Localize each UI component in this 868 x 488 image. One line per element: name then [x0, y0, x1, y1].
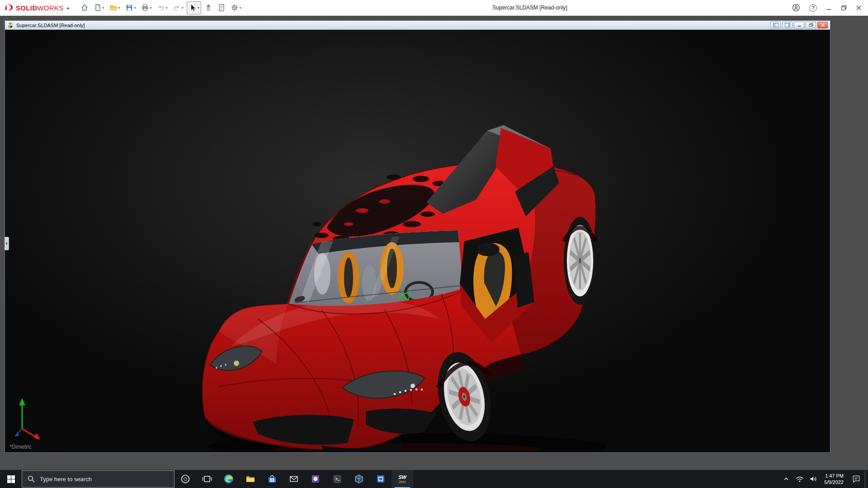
document-title: Supercar.SLDASM [Read-only] — [16, 23, 85, 28]
edrawings-button[interactable] — [348, 470, 370, 488]
print-icon — [141, 4, 149, 12]
chevron-down-icon[interactable]: ▾ — [103, 6, 104, 10]
dark-app-button[interactable] — [326, 470, 348, 488]
close-icon — [821, 23, 825, 27]
desktop: SOLIDWORKS ▸ ▾ ▾ — [0, 0, 868, 488]
taskbar-clock[interactable]: 1:47 PM 5/9/2022 — [820, 473, 848, 486]
solidworks-taskbar-button[interactable]: SW 2021 — [392, 470, 413, 488]
chevron-down-icon[interactable]: ▾ — [182, 6, 184, 10]
supercar-3d-model[interactable] — [5, 30, 830, 452]
store-icon — [267, 474, 278, 484]
home-icon — [80, 4, 89, 12]
account-icon[interactable] — [792, 4, 800, 12]
assembly-document-icon — [7, 22, 14, 28]
logo-text: SOLIDWORKS — [16, 4, 64, 12]
redo-button[interactable]: ▾ — [171, 1, 185, 14]
file-explorer-icon — [245, 474, 256, 484]
rebuild-button[interactable] — [203, 1, 214, 14]
chevron-down-icon[interactable]: ▾ — [134, 6, 136, 10]
file-properties-icon — [217, 4, 226, 12]
redo-icon — [173, 4, 181, 12]
pane-right-button[interactable] — [782, 22, 793, 28]
print-button[interactable]: ▾ — [139, 1, 154, 14]
toolbar-flyout-arrow[interactable]: ▸ — [67, 5, 70, 10]
chevron-up-icon — [783, 475, 790, 483]
app-titlebar: SOLIDWORKS ▸ ▾ ▾ — [0, 0, 868, 16]
undo-icon — [157, 4, 165, 12]
mail-button[interactable] — [283, 470, 305, 488]
office-app-icon — [310, 474, 321, 484]
pane-left-icon — [773, 23, 778, 27]
blue-app-icon — [375, 474, 386, 484]
chevron-down-icon[interactable]: ▾ — [118, 6, 120, 10]
chevron-down-icon[interactable]: ▾ — [240, 6, 241, 10]
clock-date: 5/9/2022 — [824, 479, 844, 485]
chevron-down-icon[interactable]: ▾ — [198, 6, 199, 10]
chevron-left-icon — [5, 242, 8, 245]
office-app-button[interactable] — [305, 470, 326, 488]
chevron-down-icon[interactable]: ▾ — [150, 6, 152, 10]
options-gear-icon — [231, 4, 239, 12]
pane-right-icon — [785, 23, 790, 27]
document-titlebar[interactable]: Supercar.SLDASM [Read-only] — [5, 21, 830, 30]
cortana-button[interactable] — [175, 470, 196, 488]
document-restore-button[interactable] — [806, 22, 816, 28]
panel-collapse-handle[interactable] — [5, 237, 9, 250]
file-explorer-button[interactable] — [240, 470, 261, 488]
start-button[interactable] — [0, 470, 22, 488]
blue-app-button[interactable] — [370, 470, 392, 488]
minimize-icon[interactable] — [826, 5, 832, 11]
mail-icon — [288, 474, 299, 484]
open-button[interactable]: ▾ — [108, 1, 122, 14]
edge-button[interactable] — [218, 470, 240, 488]
close-icon[interactable] — [856, 5, 862, 11]
undo-button[interactable]: ▾ — [155, 1, 170, 14]
terminal-app-icon — [332, 474, 343, 484]
network-button[interactable] — [793, 475, 807, 483]
graphics-viewport[interactable]: *Dimetric — [5, 30, 830, 452]
app-title: Supercar.SLDASM [Read-only] — [492, 5, 567, 11]
save-button[interactable]: ▾ — [123, 1, 138, 14]
view-orientation-label: *Dimetric — [9, 444, 32, 450]
task-view-button[interactable] — [196, 470, 218, 488]
file-properties-button[interactable] — [216, 1, 227, 14]
store-button[interactable] — [261, 470, 283, 488]
new-document-icon — [94, 4, 102, 12]
chevron-down-icon[interactable]: ▾ — [166, 6, 168, 10]
options-button[interactable]: ▾ — [229, 1, 243, 14]
select-button[interactable]: ▾ — [187, 1, 201, 14]
document-close-button[interactable] — [817, 22, 828, 28]
clock-time: 1:47 PM — [825, 473, 844, 479]
task-view-icon — [202, 474, 212, 483]
select-arrow-icon — [189, 4, 197, 12]
cortana-icon — [180, 474, 190, 484]
restore-icon[interactable] — [841, 5, 847, 11]
windows-logo-icon — [7, 475, 15, 483]
home-button[interactable] — [79, 1, 90, 14]
volume-button[interactable] — [807, 474, 820, 483]
document-minimize-button[interactable] — [794, 22, 804, 28]
restore-icon — [809, 23, 813, 27]
dassault-3ds-logo-icon — [5, 4, 14, 11]
save-floppy-icon — [125, 4, 133, 12]
quick-access-toolbar: ▾ ▾ ▾ ▾ — [79, 1, 243, 14]
search-input[interactable] — [39, 475, 154, 483]
minimize-icon — [797, 23, 802, 27]
taskbar-search[interactable] — [22, 470, 175, 488]
edrawings-cube-icon — [354, 474, 364, 484]
taskbar: SW 2021 — [0, 470, 868, 488]
document-window-controls — [770, 22, 828, 28]
system-tray: 1:47 PM 5/9/2022 — [779, 470, 868, 488]
search-icon — [28, 475, 35, 483]
pane-left-button[interactable] — [770, 22, 781, 28]
orientation-triad[interactable] — [11, 393, 52, 442]
solidworks-app-icon: SW 2021 — [398, 475, 406, 483]
show-desktop-button[interactable] — [865, 470, 868, 488]
open-folder-icon — [109, 4, 118, 12]
new-document-button[interactable]: ▾ — [92, 1, 106, 14]
help-icon[interactable]: ? — [809, 4, 817, 12]
action-center-button[interactable] — [848, 474, 865, 483]
hidden-icons-button[interactable] — [779, 475, 793, 483]
notifications-icon — [852, 474, 861, 483]
solidworks-logo: SOLIDWORKS — [5, 4, 64, 12]
